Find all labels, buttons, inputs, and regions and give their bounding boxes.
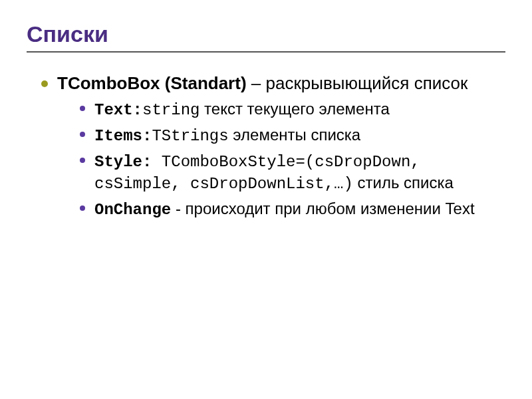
component-desc: раскрывыющийся список [265,73,467,93]
list-item: OnChange - происходит при любом изменени… [80,198,505,220]
component-note: (Standart) [165,73,247,93]
list-item: Items:TStrings элементы списка [80,124,505,146]
component-dash: – [247,73,266,93]
prop-name: Style: [94,153,152,171]
component-name: TComboBox [57,73,160,93]
prop-type: string [142,101,200,119]
prop-name: OnChange [94,201,171,219]
prop-type: TStrings [152,127,228,145]
slide-title: Списки [27,21,505,47]
list-item: Text:string текст текущего элемента [80,98,505,120]
outer-list: TComboBox (Standart) – раскрывыющийся сп… [27,72,505,220]
prop-name: Text: [94,101,142,119]
prop-desc: стиль списка [353,174,454,192]
title-underline [27,51,505,53]
prop-name: Items: [94,127,152,145]
inner-list: Text:string текст текущего элемента Item… [57,98,505,221]
prop-desc: - происходит при любом изменении Text [171,200,474,217]
prop-desc: текст текущего элемента [200,100,389,118]
list-item: Style: TComboBoxStyle=(csDropDown, csSim… [80,150,505,194]
list-item: TComboBox (Standart) – раскрывыющийся сп… [41,72,505,220]
prop-desc: элементы списка [229,126,361,144]
